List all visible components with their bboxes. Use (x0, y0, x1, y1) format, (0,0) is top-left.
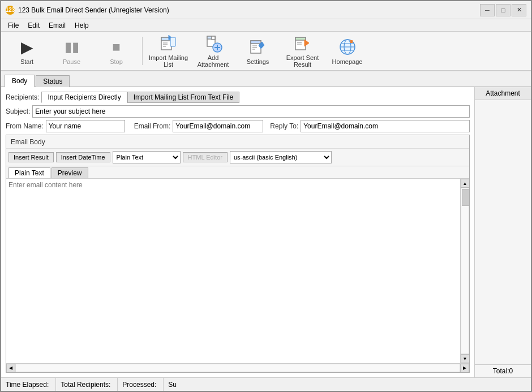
horizontal-scrollbar[interactable]: ◀ ▶ (6, 363, 469, 372)
app-window: 123 123 Bulk Email Direct Sender (Unregi… (1, 1, 531, 391)
scroll-down-arrow[interactable]: ▼ (461, 354, 470, 363)
menu-bar: File Edit Email Help (1, 19, 531, 32)
body-tab-plain-text[interactable]: Plain Text (8, 167, 50, 178)
scroll-right-arrow[interactable]: ▶ (460, 364, 469, 373)
recipients-import-tab[interactable]: Import Mailing List From Text File (127, 92, 240, 103)
tab-body[interactable]: Body (5, 75, 35, 87)
recipients-tabs: Input Recipients Directly Import Mailing… (41, 92, 239, 103)
minimize-button[interactable]: ─ (480, 4, 495, 16)
start-button[interactable]: ▶ Start (6, 33, 48, 68)
export-icon (293, 34, 313, 53)
import-mailing-button[interactable]: Import Mailing List (147, 33, 190, 68)
body-area: Recipients: Input Recipients Directly Im… (1, 87, 531, 377)
stop-button[interactable]: ■ Stop (95, 33, 138, 68)
subject-input[interactable] (32, 105, 470, 118)
start-icon: ▶ (17, 37, 37, 57)
svg-rect-10 (212, 36, 215, 40)
body-tab-preview[interactable]: Preview (52, 167, 88, 178)
menu-edit[interactable]: Edit (23, 20, 44, 31)
pause-icon: ▮▮ (62, 37, 82, 57)
maximize-button[interactable]: □ (496, 4, 510, 16)
from-row: From Name: Email From: Reply To: (6, 120, 470, 132)
email-body-section: Email Body Insert Result Insert DateTime… (6, 135, 470, 373)
svg-rect-21 (295, 37, 306, 40)
body-tabs: Plain Text Preview (6, 166, 469, 179)
attachment-content (475, 100, 531, 364)
scroll-left-arrow[interactable]: ◀ (6, 364, 15, 373)
total-recipients-label: Total Recipients: (61, 381, 110, 389)
import-icon (158, 34, 179, 53)
format-select[interactable]: Plain Text HTML (113, 151, 181, 163)
subject-label: Subject: (6, 107, 30, 115)
processed-label: Processed: (122, 381, 156, 389)
title-bar: 123 123 Bulk Email Direct Sender (Unregi… (1, 1, 531, 19)
reply-to-input[interactable] (301, 120, 470, 132)
stop-icon: ■ (106, 37, 127, 57)
recipients-row: Recipients: Input Recipients Directly Im… (6, 92, 470, 103)
status-extra: Su (164, 378, 531, 391)
insert-result-button[interactable]: Insert Result (8, 152, 54, 162)
status-bar: Time Elapsed: Total Recipients: Processe… (1, 377, 531, 391)
vertical-scrollbar[interactable]: ▲ ▼ (460, 179, 469, 363)
email-toolbar: Insert Result Insert DateTime Plain Text… (6, 149, 469, 166)
menu-email[interactable]: Email (44, 20, 70, 31)
toolbar: ▶ Start ▮▮ Pause ■ Stop (1, 32, 531, 71)
status-extra-text: Su (168, 381, 177, 389)
email-textarea[interactable] (6, 179, 460, 363)
from-name-input[interactable] (46, 120, 125, 132)
export-sent-button[interactable]: Export Sent Result (281, 33, 324, 68)
homepage-icon (337, 37, 358, 57)
attachment-icon (203, 34, 224, 53)
settings-button[interactable]: Settings (237, 33, 279, 68)
settings-icon (248, 37, 268, 57)
insert-datetime-button[interactable]: Insert DateTime (56, 152, 110, 162)
left-area: Recipients: Input Recipients Directly Im… (1, 87, 474, 377)
window-controls: ─ □ ✕ (480, 4, 526, 16)
main-content: Recipients: Input Recipients Directly Im… (1, 87, 474, 377)
h-scroll-track (15, 364, 460, 372)
window-title: 123 Bulk Email Direct Sender (Unregister… (18, 6, 480, 14)
add-attachment-button[interactable]: Add Attachment (192, 33, 234, 68)
menu-help[interactable]: Help (70, 20, 93, 31)
svg-rect-15 (251, 41, 261, 44)
email-body-fieldset-label: Email Body (6, 135, 469, 149)
from-name-label: From Name: (6, 122, 44, 130)
recipients-direct-tab[interactable]: Input Recipients Directly (41, 92, 127, 103)
homepage-button[interactable]: Homepage (326, 33, 368, 68)
menu-file[interactable]: File (3, 20, 23, 31)
app-icon: 123 (6, 6, 15, 15)
attachment-header: Attachment (475, 87, 531, 100)
close-button[interactable]: ✕ (512, 4, 526, 16)
main-tab-bar: Body Status (1, 71, 531, 87)
encoding-select[interactable]: us-ascii (basic English) utf-8 iso-8859-… (230, 151, 332, 163)
email-from-label: Email From: (134, 122, 171, 130)
tab-status[interactable]: Status (36, 75, 70, 87)
scroll-thumb[interactable] (462, 189, 469, 206)
time-elapsed-label: Time Elapsed: (6, 381, 49, 389)
reply-to-label: Reply To: (270, 122, 298, 130)
email-textarea-wrap (6, 179, 460, 363)
email-content-area: ▲ ▼ (6, 179, 469, 363)
recipients-label: Recipients: (6, 93, 39, 101)
svg-rect-3 (170, 37, 175, 46)
svg-marker-30 (350, 40, 353, 43)
email-from-input[interactable] (173, 120, 263, 132)
svg-marker-22 (304, 40, 309, 46)
toolbar-separator-1 (142, 37, 143, 65)
status-total-recipients: Total Recipients: (56, 378, 118, 391)
html-editor-button[interactable]: HTML Editor (183, 152, 228, 162)
scroll-track (461, 188, 469, 354)
pause-button[interactable]: ▮▮ Pause (50, 33, 93, 68)
status-time-elapsed: Time Elapsed: (1, 378, 56, 391)
attachment-total: Total:0 (475, 364, 531, 377)
scroll-up-arrow[interactable]: ▲ (461, 179, 470, 188)
subject-row: Subject: (6, 105, 470, 118)
attachment-panel: Attachment Total:0 (474, 87, 531, 377)
status-processed: Processed: (118, 378, 164, 391)
